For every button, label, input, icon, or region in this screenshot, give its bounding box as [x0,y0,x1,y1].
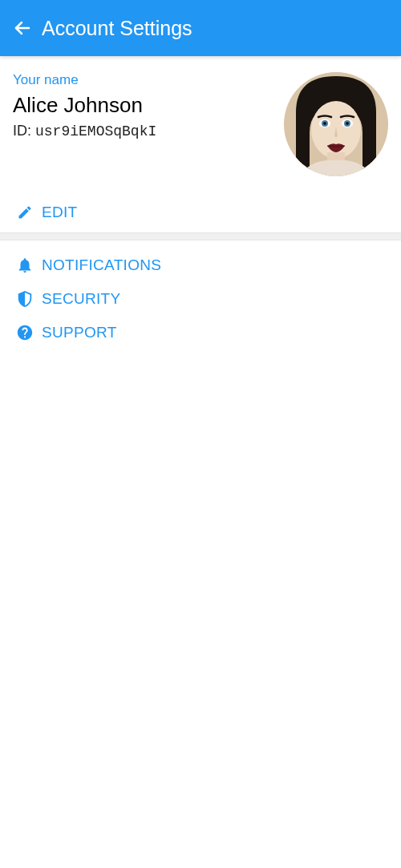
back-arrow-icon [13,18,32,38]
page-title: Account Settings [42,17,192,40]
shield-icon [16,290,34,308]
avatar[interactable] [284,72,388,176]
id-label: ID: [13,123,35,139]
bell-icon [16,256,34,274]
notifications-label: NOTIFICATIONS [42,256,161,274]
section-divider [0,232,401,240]
svg-point-10 [346,122,349,125]
menu-item-support[interactable]: SUPPORT [0,316,401,349]
help-icon [16,324,34,341]
user-id-line: ID: usr9iEMOSqBqkI [13,123,274,139]
profile-info: Your name Alice Johnson ID: usr9iEMOSqBq… [13,72,274,139]
user-id-value: usr9iEMOSqBqkI [35,123,156,139]
user-name: Alice Johnson [13,93,274,118]
svg-point-9 [323,122,326,125]
name-label: Your name [13,72,274,88]
edit-button[interactable]: EDIT [0,196,401,232]
profile-section: Your name Alice Johnson ID: usr9iEMOSqBq… [0,56,401,196]
security-label: SECURITY [42,290,120,308]
menu-item-security[interactable]: SECURITY [0,282,401,316]
menu-section: NOTIFICATIONS SECURITY SUPPORT [0,240,401,357]
support-label: SUPPORT [42,324,117,341]
back-button[interactable] [13,18,32,38]
avatar-image [284,72,388,176]
edit-label: EDIT [42,204,77,221]
menu-item-notifications[interactable]: NOTIFICATIONS [0,248,401,282]
app-header: Account Settings [0,0,401,56]
pencil-icon [16,204,34,221]
